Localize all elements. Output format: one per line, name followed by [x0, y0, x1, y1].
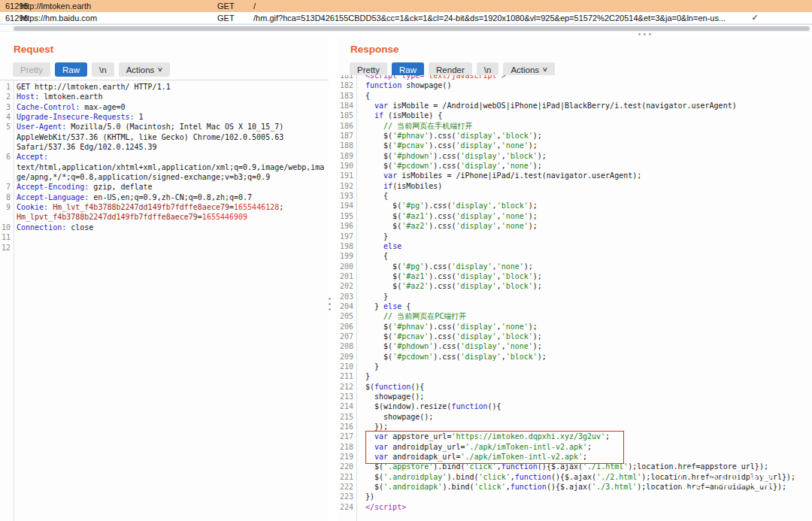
code-line: 198 else: [337, 241, 812, 251]
tab-label: Raw: [399, 65, 417, 74]
code-line: 184 var isMobile = /Android|webOS|iPhone…: [337, 101, 812, 111]
row-host: http://lmtoken.earth: [20, 2, 217, 11]
code-line: 212$(function(){: [337, 382, 812, 392]
tab-label: Actions: [511, 65, 539, 74]
code-line: 213 showpage();: [337, 392, 812, 401]
code-line: 217 var appstore_url='https://imtoken.dq…: [337, 432, 812, 441]
splitter-grip-icon[interactable]: [638, 33, 651, 35]
tab-label: Actions: [126, 65, 155, 74]
http-history-table: 61295http://lmtoken.earthGET/61296https:…: [0, 0, 812, 24]
code-line: 183{: [337, 91, 812, 101]
tab-label: Render: [436, 65, 465, 74]
scrollbar-thumb[interactable]: [14, 26, 810, 31]
code-line: 10Connection: close: [0, 223, 329, 232]
request-raw-text: 1GET http://lmtoken.earth/ HTTP/1.12Host…: [0, 82, 329, 253]
code-line: 205 // 当前网页在PC端打开: [337, 311, 812, 321]
code-line: 4Upgrade-Insecure-Requests: 1: [0, 112, 329, 122]
code-line: 210 }: [337, 362, 812, 371]
code-line: 1GET http://lmtoken.earth/ HTTP/1.1: [0, 82, 329, 92]
code-line: 188 $('#pcnav').css('display','none');: [337, 141, 812, 150]
tab-label: Pretty: [20, 65, 43, 74]
code-line: 2Host: lmtoken.earth: [0, 92, 329, 101]
request-tabbar: PrettyRaw\nActions∨: [13, 62, 170, 77]
row-path: /hm.gif?hca=513D426155CBDD53&cc=1&ck=1&c…: [253, 14, 732, 23]
splitter-grip-icon[interactable]: [329, 298, 331, 310]
code-line: ge/apng,*/*;q=0.8,application/signed-exc…: [0, 172, 329, 182]
request-panel-title: Request: [14, 44, 53, 55]
request-panel: Request PrettyRaw\nActions∨ 1GET http://…: [0, 36, 329, 521]
code-line: 7Accept-Encoding: gzip, deflate: [0, 182, 329, 192]
chevron-down-icon: ∨: [157, 67, 163, 73]
request-editor[interactable]: 1GET http://lmtoken.earth/ HTTP/1.12Host…: [0, 80, 329, 521]
code-line: 209 $('#pcdown').css('display','block');: [337, 352, 812, 362]
code-line: 224</script>: [337, 502, 812, 512]
code-line: 190 $('#pcdown').css('display','none');: [337, 161, 812, 171]
code-line: 11: [0, 232, 329, 242]
code-line: 214 $(window).resize(function(){: [337, 401, 812, 411]
code-line: 202 $('#az2').css('display','block');: [337, 281, 812, 291]
code-line: 223}): [337, 492, 812, 501]
code-line: AppleWebKit/537.36 (KHTML, like Gecko) C…: [0, 132, 329, 142]
code-line: 222 $('.androidapk').bind('click',functi…: [337, 482, 812, 492]
code-line: 220 $('.appstore').bind('click',function…: [337, 462, 812, 471]
row-method: GET: [217, 14, 253, 23]
code-line: 5User-Agent: Mozilla/5.0 (Macintosh; Int…: [0, 122, 329, 132]
tab-actions[interactable]: Actions∨: [119, 62, 171, 77]
code-line: 211}: [337, 371, 812, 381]
code-line: 200 $('#pg').css('display','none');: [337, 262, 812, 271]
code-line: 206 $('#phnav').css('display','none');: [337, 322, 812, 332]
tab-pretty[interactable]: Pretty: [13, 62, 50, 77]
code-line: 192 if(isMobiles): [337, 181, 812, 191]
code-line: 191 var isMobiles = /iPhone|iPad/i.test(…: [337, 171, 812, 180]
code-line: 8Accept-Language: en-US,en;q=0.9,zh-CN;q…: [0, 192, 329, 202]
row-method: GET: [217, 2, 253, 11]
tab-raw[interactable]: Raw: [55, 62, 87, 77]
code-line: 9Cookie: Hm_lvt_f4b3788b2247dd149fb7fdff…: [0, 202, 329, 212]
row-id: 61296: [0, 14, 20, 23]
code-line: 219 var androidapk_url='./apk/imToken-in…: [337, 452, 812, 462]
history-horizontal-scrollbar[interactable]: [0, 24, 812, 32]
history-row[interactable]: 61296https://hm.baidu.comGET/hm.gif?hca=…: [0, 12, 812, 24]
response-raw-text: 181<script type='text/javascript'>182fun…: [337, 75, 812, 512]
code-line: 216 });: [337, 422, 812, 432]
code-line: 182function showpage(): [337, 80, 812, 90]
code-line: 3Cache-Control: max-age=0: [0, 102, 329, 112]
tab-label: Raw: [62, 65, 80, 74]
code-line: 207 $('#pcnav').css('display','block');: [337, 332, 812, 341]
response-panel: Response PrettyRawRender\nActions∨ 181<s…: [337, 36, 812, 521]
code-line: 197 }: [337, 232, 812, 241]
response-editor[interactable]: 181<script type='text/javascript'>182fun…: [337, 75, 812, 521]
chevron-down-icon: ∨: [542, 67, 548, 73]
history-row[interactable]: 61295http://lmtoken.earthGET/: [0, 0, 812, 12]
row-host: https://hm.baidu.com: [20, 14, 217, 23]
row-path: /: [253, 2, 732, 11]
code-line: 187 $('#phnav').css('display','block');: [337, 131, 812, 141]
code-line: 203 }: [337, 292, 812, 301]
code-line: 194 $('#pg').css('display','block');: [337, 201, 812, 211]
code-line: 196 $('#az2').css('display','none');: [337, 221, 812, 231]
code-line: 199 {: [337, 251, 812, 261]
code-line: 189 $('#phdown').css('display','block');: [337, 151, 812, 161]
code-line: 215 showpage();: [337, 412, 812, 422]
gutter-divider: [14, 80, 14, 521]
tab-label: \n: [484, 65, 492, 74]
code-line: 204 } else {: [337, 301, 812, 311]
row-id: 61295: [0, 2, 20, 11]
code-line: 201 $('#az1').css('display','block');: [337, 271, 812, 281]
code-line: 186 // 当前网页在手机端打开: [337, 121, 812, 131]
code-line: Hm_lpvt_f4b3788b2247dd149fb7fdffe8aece79…: [0, 212, 329, 222]
code-line: 208 $('#phdown').css('display','none');: [337, 341, 812, 351]
code-line: text/html,application/xhtml+xml,applicat…: [0, 162, 329, 172]
tab-label: \n: [99, 65, 107, 74]
tab-n[interactable]: \n: [92, 62, 114, 77]
code-line: 218 var androidplay_url='./apk/imToken-i…: [337, 442, 812, 452]
code-line: 193 {: [337, 191, 812, 201]
params-check-icon: ✓: [732, 13, 778, 23]
code-line: 185 if (isMobile) {: [337, 111, 812, 120]
code-line: 221 $('.androidplay').bind('click',funct…: [337, 472, 812, 482]
code-line: Safari/537.36 Edg/102.0.1245.39: [0, 142, 329, 152]
code-line: 181<script type='text/javascript'>: [337, 75, 812, 80]
vertical-splitter[interactable]: [328, 36, 337, 521]
code-line: 12: [0, 243, 329, 253]
response-panel-title: Response: [350, 44, 399, 55]
